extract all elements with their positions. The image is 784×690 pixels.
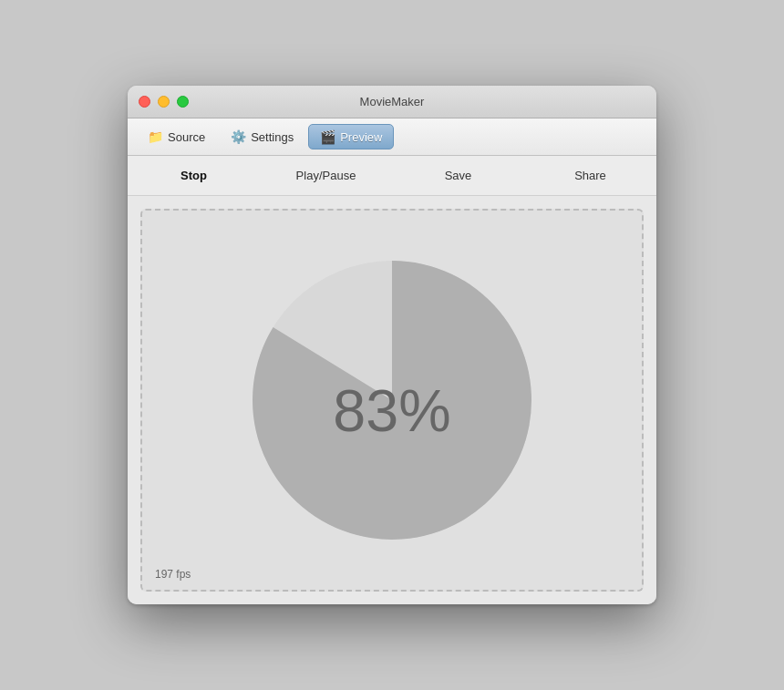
tab-preview-label: Preview xyxy=(340,130,382,144)
tab-source-label: Source xyxy=(168,130,205,144)
stop-button[interactable]: Stop xyxy=(128,163,260,188)
tab-settings-label: Settings xyxy=(251,130,294,144)
tab-preview[interactable]: 🎬 Preview xyxy=(308,124,394,149)
pie-chart-container: 83% xyxy=(142,211,642,590)
content-area: 83% 197 fps xyxy=(128,196,656,604)
stop-label: Stop xyxy=(181,169,207,182)
pie-percentage-label: 83% xyxy=(333,378,450,444)
playpause-label: Play/Pause xyxy=(296,169,356,182)
save-button[interactable]: Save xyxy=(392,163,524,188)
maximize-button[interactable] xyxy=(177,96,189,108)
preview-icon: 🎬 xyxy=(320,129,335,144)
tab-source[interactable]: 📁 Source xyxy=(137,125,216,149)
toolbar: 📁 Source ⚙️ Settings 🎬 Preview xyxy=(128,118,656,156)
close-button[interactable] xyxy=(139,96,150,108)
action-bar: Stop Play/Pause Save Share xyxy=(128,156,656,196)
share-label: Share xyxy=(574,169,606,182)
gear-icon: ⚙️ xyxy=(231,129,246,144)
preview-box: 83% 197 fps xyxy=(140,209,644,592)
tab-settings[interactable]: ⚙️ Settings xyxy=(220,125,304,149)
share-button[interactable]: Share xyxy=(524,163,656,188)
playpause-button[interactable]: Play/Pause xyxy=(260,163,392,188)
fps-label: 197 fps xyxy=(155,568,191,581)
titlebar: MovieMaker xyxy=(128,86,656,118)
window-title: MovieMaker xyxy=(360,95,425,108)
window-controls xyxy=(139,96,189,108)
pie-chart: 83% xyxy=(237,245,547,555)
save-label: Save xyxy=(445,169,472,182)
folder-icon: 📁 xyxy=(148,129,163,144)
minimize-button[interactable] xyxy=(158,96,170,108)
app-window: MovieMaker 📁 Source ⚙️ Settings 🎬 Previe… xyxy=(128,86,656,604)
